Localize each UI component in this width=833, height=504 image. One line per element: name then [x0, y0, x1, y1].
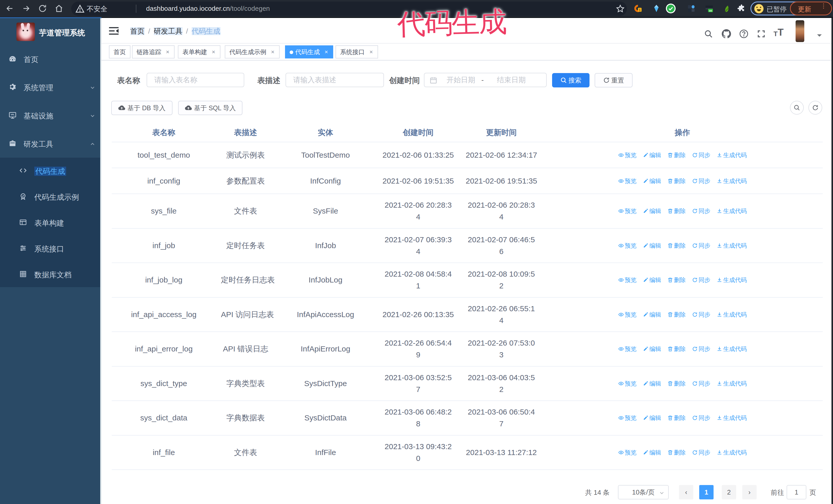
svg-text:1: 1: [639, 8, 641, 12]
svg-text:on: on: [709, 9, 712, 12]
